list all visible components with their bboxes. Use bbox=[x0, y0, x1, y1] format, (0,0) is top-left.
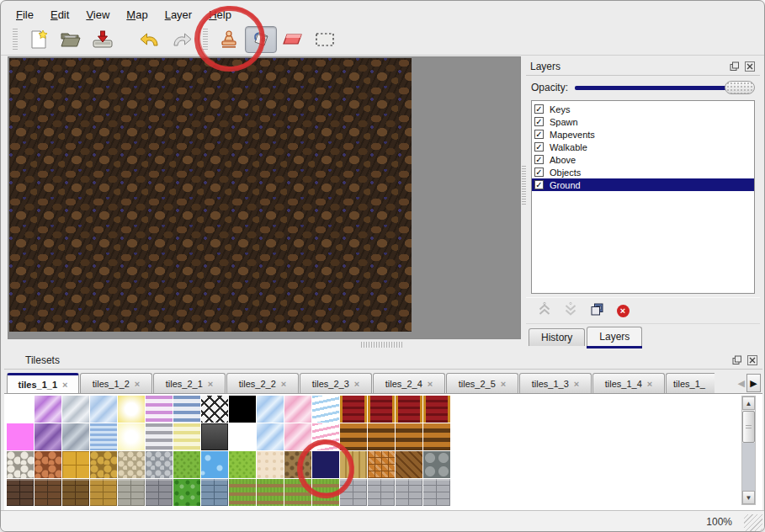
tile-glow-r2c5[interactable] bbox=[118, 423, 145, 450]
tab-close-icon[interactable]: × bbox=[501, 379, 506, 389]
layer-visibility-checkbox[interactable]: ✓ bbox=[534, 142, 544, 152]
tile-water2-r3c8[interactable] bbox=[201, 451, 228, 478]
tile-tilesq-r3c3[interactable] bbox=[62, 451, 89, 478]
layer-row-above[interactable]: ✓Above bbox=[532, 153, 754, 166]
stamp-tool-button[interactable] bbox=[213, 26, 245, 53]
tile-stripesH-r2c6[interactable] bbox=[146, 423, 173, 450]
opacity-slider[interactable] bbox=[575, 80, 755, 95]
menu-view[interactable]: View bbox=[77, 6, 118, 24]
tile-curtain-r1c15[interactable] bbox=[396, 396, 422, 423]
tile-stones-r3c4[interactable] bbox=[90, 451, 117, 478]
new-map-button[interactable] bbox=[23, 26, 55, 53]
tile-metal-r2c8[interactable] bbox=[201, 423, 228, 450]
tab-close-icon[interactable]: × bbox=[62, 380, 67, 390]
tile-stones-r3c2[interactable] bbox=[35, 451, 61, 478]
tileset-tab-tiles_2_2[interactable]: tiles_2_2× bbox=[226, 373, 299, 393]
tile-glass-r1c10[interactable] bbox=[257, 396, 284, 423]
tab-close-icon[interactable]: × bbox=[647, 379, 652, 389]
tile-wall-r4c1[interactable] bbox=[7, 479, 34, 506]
layer-row-keys[interactable]: ✓Keys bbox=[532, 103, 754, 115]
tileset-tab-tiles_1_[interactable]: tiles_1_ bbox=[666, 373, 715, 393]
tileset-tab-tiles_1_3[interactable]: tiles_1_3× bbox=[519, 373, 592, 393]
redo-button[interactable] bbox=[166, 26, 198, 53]
tile-bands-r2c15[interactable] bbox=[396, 423, 422, 450]
tile-curtain-r1c13[interactable] bbox=[340, 396, 367, 423]
tile-water-r2c4[interactable] bbox=[90, 423, 117, 450]
tile-grass-r3c7[interactable] bbox=[173, 451, 200, 478]
move-layer-up-button[interactable] bbox=[534, 301, 555, 320]
tile-planks-r3c13[interactable] bbox=[340, 451, 367, 478]
menu-file[interactable]: File bbox=[8, 6, 42, 24]
rect-select-tool-button[interactable] bbox=[309, 26, 341, 53]
undo-button[interactable] bbox=[134, 26, 166, 53]
tile-sand-r3c10[interactable] bbox=[257, 451, 284, 478]
tile-hedge-r4c7[interactable] bbox=[173, 479, 200, 506]
tileset-tab-tiles_2_5[interactable]: tiles_2_5× bbox=[446, 373, 518, 393]
layer-visibility-checkbox[interactable]: ✓ bbox=[534, 117, 544, 126]
tile-solid-r3c12[interactable] bbox=[312, 451, 339, 478]
layer-visibility-checkbox[interactable]: ✓ bbox=[534, 168, 544, 177]
tile-wall-r4c4[interactable] bbox=[90, 479, 117, 506]
save-map-button[interactable] bbox=[87, 26, 119, 53]
tile-solid-r2c1[interactable] bbox=[7, 423, 34, 450]
tab-scroll-right-icon[interactable]: ▶ bbox=[746, 374, 761, 392]
opacity-slider-handle[interactable] bbox=[725, 81, 755, 94]
tile-wall-r4c2[interactable] bbox=[35, 479, 61, 506]
tile-pebbles-r3c5[interactable] bbox=[118, 451, 145, 478]
palette-scrollbar[interactable]: ▲ ▼ bbox=[741, 396, 756, 505]
open-map-button[interactable] bbox=[55, 26, 87, 53]
tab-close-icon[interactable]: × bbox=[574, 379, 579, 389]
tile-bands-r2c16[interactable] bbox=[423, 423, 450, 450]
scrollbar-thumb[interactable] bbox=[742, 411, 755, 443]
tile-dirt-r3c11[interactable] bbox=[284, 451, 311, 478]
close-panel-icon[interactable] bbox=[744, 61, 756, 72]
duplicate-layer-button[interactable] bbox=[587, 301, 607, 320]
tile-glass-r1c4[interactable] bbox=[90, 396, 117, 423]
toolbar-grip[interactable] bbox=[13, 29, 18, 51]
tile-logs-r3c16[interactable] bbox=[423, 451, 450, 478]
layer-row-mapevents[interactable]: ✓Mapevents bbox=[532, 128, 754, 141]
tile-solid-r1c9[interactable] bbox=[229, 396, 256, 423]
menu-layer[interactable]: Layer bbox=[157, 6, 201, 24]
tab-close-icon[interactable]: × bbox=[281, 379, 286, 389]
tile-wall-r4c15[interactable] bbox=[396, 479, 422, 506]
tile-stripesH-r2c7[interactable] bbox=[173, 423, 200, 450]
menu-map[interactable]: Map bbox=[118, 6, 156, 24]
tab-close-icon[interactable]: × bbox=[208, 379, 213, 389]
tab-close-icon[interactable]: × bbox=[354, 379, 359, 389]
tile-wall-r4c8[interactable] bbox=[201, 479, 228, 506]
tile-wall-r4c13[interactable] bbox=[340, 479, 367, 506]
tile-glow-r1c5[interactable] bbox=[118, 396, 145, 423]
resize-grip[interactable] bbox=[744, 514, 762, 531]
tile-herringbone-r3c15[interactable] bbox=[396, 451, 422, 478]
menu-edit[interactable]: Edit bbox=[42, 6, 77, 24]
move-layer-down-button[interactable] bbox=[560, 301, 581, 320]
tile-wall-r4c14[interactable] bbox=[368, 479, 395, 506]
tile-ribbon-r1c12[interactable] bbox=[312, 396, 339, 423]
tile-curtain-r1c14[interactable] bbox=[368, 396, 395, 423]
tile-curtain-r1c16[interactable] bbox=[423, 396, 450, 423]
fill-tool-button[interactable] bbox=[245, 26, 277, 53]
tile-glass-r2c11[interactable] bbox=[284, 423, 311, 450]
tile-field-r4c10[interactable] bbox=[257, 479, 284, 506]
layer-visibility-checkbox[interactable]: ✓ bbox=[534, 130, 544, 139]
tile-field-r4c12[interactable] bbox=[312, 479, 339, 506]
tile-glass-r2c3[interactable] bbox=[62, 423, 89, 450]
tile-wall-r4c5[interactable] bbox=[118, 479, 145, 506]
tileset-tab-tiles_2_4[interactable]: tiles_2_4× bbox=[373, 373, 445, 393]
tile-stripesH-r1c7[interactable] bbox=[173, 396, 200, 423]
tab-close-icon[interactable]: × bbox=[135, 379, 140, 389]
tileset-tab-tiles_1_4[interactable]: tiles_1_4× bbox=[592, 373, 665, 393]
tab-close-icon[interactable]: × bbox=[428, 379, 433, 389]
tile-field-r4c9[interactable] bbox=[229, 479, 256, 506]
scroll-down-icon[interactable]: ▼ bbox=[742, 491, 755, 504]
layer-row-walkable[interactable]: ✓Walkable bbox=[532, 141, 754, 153]
close-panel-icon[interactable] bbox=[746, 355, 758, 366]
tile-stones-r3c1[interactable] bbox=[7, 451, 34, 478]
tileset-tab-tiles_2_3[interactable]: tiles_2_3× bbox=[300, 373, 372, 393]
tab-history[interactable]: History bbox=[529, 328, 585, 346]
tile-glass-r1c2[interactable] bbox=[35, 396, 61, 423]
float-panel-icon[interactable] bbox=[729, 61, 741, 72]
tile-glass-r2c2[interactable] bbox=[35, 423, 61, 450]
horizontal-splitter-handle[interactable] bbox=[361, 342, 403, 348]
